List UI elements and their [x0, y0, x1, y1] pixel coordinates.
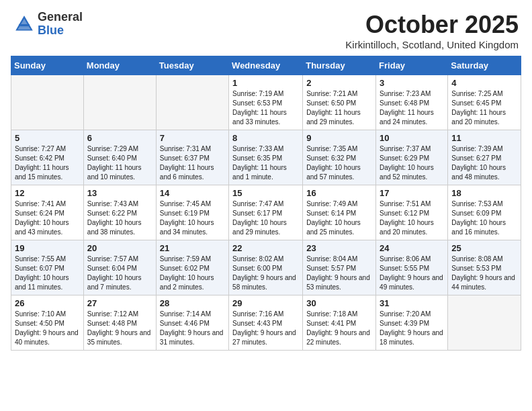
day-number: 7 — [160, 133, 225, 143]
calendar-cell: 14Sunrise: 7:45 AM Sunset: 6:19 PM Dayli… — [156, 185, 228, 240]
day-info: Sunrise: 7:12 AM Sunset: 4:48 PM Dayligh… — [87, 310, 152, 347]
calendar-week-1: 1Sunrise: 7:19 AM Sunset: 6:53 PM Daylig… — [11, 75, 521, 130]
location: Kirkintilloch, Scotland, United Kingdom — [345, 39, 519, 50]
day-info: Sunrise: 7:33 AM Sunset: 6:35 PM Dayligh… — [232, 144, 299, 182]
logo-blue-text: Blue — [38, 24, 83, 38]
day-number: 6 — [87, 133, 152, 143]
calendar-cell: 16Sunrise: 7:49 AM Sunset: 6:14 PM Dayli… — [303, 185, 376, 240]
logo-text: General Blue — [38, 11, 83, 38]
calendar-cell — [448, 295, 521, 351]
day-info: Sunrise: 7:21 AM Sunset: 6:50 PM Dayligh… — [306, 89, 372, 127]
calendar-cell: 8Sunrise: 7:33 AM Sunset: 6:35 PM Daylig… — [229, 130, 303, 185]
day-number: 16 — [306, 188, 372, 198]
calendar-cell: 1Sunrise: 7:19 AM Sunset: 6:53 PM Daylig… — [229, 75, 303, 130]
calendar-cell: 12Sunrise: 7:41 AM Sunset: 6:24 PM Dayli… — [11, 185, 84, 240]
day-number: 21 — [160, 243, 225, 253]
calendar-cell: 27Sunrise: 7:12 AM Sunset: 4:48 PM Dayli… — [83, 295, 156, 351]
day-number: 31 — [380, 298, 444, 308]
calendar-cell: 25Sunrise: 8:08 AM Sunset: 5:53 PM Dayli… — [448, 240, 521, 295]
calendar-cell: 2Sunrise: 7:21 AM Sunset: 6:50 PM Daylig… — [303, 75, 376, 130]
calendar-week-4: 19Sunrise: 7:55 AM Sunset: 6:07 PM Dayli… — [11, 240, 521, 295]
day-number: 2 — [306, 78, 372, 88]
calendar-table: SundayMondayTuesdayWednesdayThursdayFrid… — [11, 56, 521, 351]
day-info: Sunrise: 7:18 AM Sunset: 4:41 PM Dayligh… — [306, 310, 372, 347]
calendar-cell: 23Sunrise: 8:04 AM Sunset: 5:57 PM Dayli… — [303, 240, 376, 295]
day-info: Sunrise: 7:49 AM Sunset: 6:14 PM Dayligh… — [306, 199, 372, 237]
day-number: 12 — [15, 188, 80, 198]
calendar-cell: 3Sunrise: 7:23 AM Sunset: 6:48 PM Daylig… — [376, 75, 448, 130]
day-number: 26 — [15, 298, 80, 308]
day-number: 29 — [232, 298, 299, 308]
day-number: 9 — [306, 133, 372, 143]
calendar-cell: 6Sunrise: 7:29 AM Sunset: 6:40 PM Daylig… — [83, 130, 156, 185]
day-info: Sunrise: 7:57 AM Sunset: 6:04 PM Dayligh… — [87, 255, 152, 292]
calendar-cell: 24Sunrise: 8:06 AM Sunset: 5:55 PM Dayli… — [376, 240, 448, 295]
calendar-cell: 19Sunrise: 7:55 AM Sunset: 6:07 PM Dayli… — [11, 240, 84, 295]
day-number: 14 — [160, 188, 225, 198]
calendar-cell: 22Sunrise: 8:02 AM Sunset: 6:00 PM Dayli… — [229, 240, 303, 295]
svg-rect-2 — [19, 24, 30, 26]
day-info: Sunrise: 7:53 AM Sunset: 6:09 PM Dayligh… — [451, 199, 517, 237]
day-info: Sunrise: 7:37 AM Sunset: 6:29 PM Dayligh… — [380, 144, 444, 182]
day-number: 13 — [87, 188, 152, 198]
day-number: 11 — [451, 133, 517, 143]
calendar-cell: 17Sunrise: 7:51 AM Sunset: 6:12 PM Dayli… — [376, 185, 448, 240]
day-number: 28 — [160, 298, 225, 308]
day-number: 19 — [15, 243, 80, 253]
calendar-week-2: 5Sunrise: 7:27 AM Sunset: 6:42 PM Daylig… — [11, 130, 521, 185]
header: General Blue October 2025 Kirkintilloch,… — [0, 0, 532, 56]
calendar-cell: 7Sunrise: 7:31 AM Sunset: 6:37 PM Daylig… — [156, 130, 228, 185]
day-info: Sunrise: 7:51 AM Sunset: 6:12 PM Dayligh… — [380, 199, 444, 237]
day-number: 24 — [380, 243, 444, 253]
calendar: SundayMondayTuesdayWednesdayThursdayFrid… — [0, 56, 532, 411]
header-right: October 2025 Kirkintilloch, Scotland, Un… — [345, 11, 519, 50]
day-info: Sunrise: 7:41 AM Sunset: 6:24 PM Dayligh… — [15, 199, 80, 237]
calendar-cell — [83, 75, 156, 130]
calendar-cell — [156, 75, 228, 130]
day-info: Sunrise: 7:10 AM Sunset: 4:50 PM Dayligh… — [15, 310, 80, 347]
calendar-cell: 9Sunrise: 7:35 AM Sunset: 6:32 PM Daylig… — [303, 130, 376, 185]
day-info: Sunrise: 7:27 AM Sunset: 6:42 PM Dayligh… — [15, 144, 80, 182]
day-info: Sunrise: 7:47 AM Sunset: 6:17 PM Dayligh… — [232, 199, 299, 237]
day-number: 3 — [380, 78, 444, 88]
calendar-cell: 18Sunrise: 7:53 AM Sunset: 6:09 PM Dayli… — [448, 185, 521, 240]
day-info: Sunrise: 7:14 AM Sunset: 4:46 PM Dayligh… — [160, 310, 225, 347]
calendar-cell: 4Sunrise: 7:25 AM Sunset: 6:45 PM Daylig… — [448, 75, 521, 130]
day-info: Sunrise: 7:19 AM Sunset: 6:53 PM Dayligh… — [232, 89, 299, 127]
day-info: Sunrise: 7:39 AM Sunset: 6:27 PM Dayligh… — [451, 144, 517, 182]
calendar-cell — [11, 75, 84, 130]
day-info: Sunrise: 7:43 AM Sunset: 6:22 PM Dayligh… — [87, 199, 152, 237]
calendar-cell: 30Sunrise: 7:18 AM Sunset: 4:41 PM Dayli… — [303, 295, 376, 351]
page: General Blue October 2025 Kirkintilloch,… — [0, 0, 532, 411]
day-number: 4 — [451, 78, 517, 88]
day-info: Sunrise: 8:06 AM Sunset: 5:55 PM Dayligh… — [380, 255, 444, 292]
day-number: 18 — [451, 188, 517, 198]
day-of-week-thursday: Thursday — [303, 56, 376, 75]
calendar-cell: 10Sunrise: 7:37 AM Sunset: 6:29 PM Dayli… — [376, 130, 448, 185]
day-info: Sunrise: 7:31 AM Sunset: 6:37 PM Dayligh… — [160, 144, 225, 182]
calendar-week-5: 26Sunrise: 7:10 AM Sunset: 4:50 PM Dayli… — [11, 295, 521, 351]
day-info: Sunrise: 8:08 AM Sunset: 5:53 PM Dayligh… — [451, 255, 517, 292]
day-info: Sunrise: 7:25 AM Sunset: 6:45 PM Dayligh… — [451, 89, 517, 127]
day-info: Sunrise: 7:55 AM Sunset: 6:07 PM Dayligh… — [15, 255, 80, 292]
calendar-cell: 29Sunrise: 7:16 AM Sunset: 4:43 PM Dayli… — [229, 295, 303, 351]
calendar-cell: 28Sunrise: 7:14 AM Sunset: 4:46 PM Dayli… — [156, 295, 228, 351]
day-info: Sunrise: 7:23 AM Sunset: 6:48 PM Dayligh… — [380, 89, 444, 127]
day-info: Sunrise: 7:35 AM Sunset: 6:32 PM Dayligh… — [306, 144, 372, 182]
day-number: 25 — [451, 243, 517, 253]
day-of-week-sunday: Sunday — [11, 56, 84, 75]
calendar-cell: 31Sunrise: 7:20 AM Sunset: 4:39 PM Dayli… — [376, 295, 448, 351]
day-of-week-wednesday: Wednesday — [229, 56, 303, 75]
day-of-week-tuesday: Tuesday — [156, 56, 228, 75]
month-title: October 2025 — [345, 11, 519, 39]
day-number: 10 — [380, 133, 444, 143]
day-info: Sunrise: 8:04 AM Sunset: 5:57 PM Dayligh… — [306, 255, 372, 292]
day-number: 5 — [15, 133, 80, 143]
logo-icon — [13, 13, 35, 35]
day-of-week-monday: Monday — [83, 56, 156, 75]
day-info: Sunrise: 7:29 AM Sunset: 6:40 PM Dayligh… — [87, 144, 152, 182]
day-info: Sunrise: 8:02 AM Sunset: 6:00 PM Dayligh… — [232, 255, 299, 292]
day-info: Sunrise: 7:20 AM Sunset: 4:39 PM Dayligh… — [380, 310, 444, 347]
day-info: Sunrise: 7:59 AM Sunset: 6:02 PM Dayligh… — [160, 255, 225, 292]
day-number: 27 — [87, 298, 152, 308]
